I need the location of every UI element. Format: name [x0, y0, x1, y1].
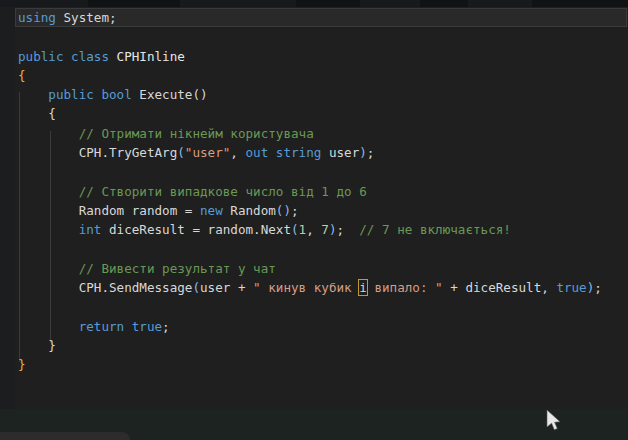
code-line[interactable]: } [18, 355, 602, 374]
code-line[interactable]: CPH.SendMessage(user + " кинув кубик і в… [18, 278, 602, 297]
code-line[interactable]: // Отримати нікнейм користувача [18, 124, 602, 143]
code-token: bool [101, 87, 131, 102]
code-token: true [556, 280, 586, 295]
background-tab-fragment [420, 0, 468, 7]
code-line[interactable]: public class CPHInline [18, 47, 602, 66]
code-line[interactable] [18, 240, 602, 259]
code-token [18, 184, 79, 199]
code-token [268, 145, 276, 160]
code-token: diceResult = random.Next [101, 222, 291, 237]
background-tab-fragment [532, 0, 628, 7]
code-line[interactable] [18, 297, 602, 316]
code-line[interactable]: } [18, 336, 602, 355]
code-token: // Отримати нікнейм користувача [79, 126, 314, 141]
code-token: CPHInline [109, 49, 185, 64]
code-token: + diceResult, [443, 280, 557, 295]
code-token: } [18, 338, 56, 353]
code-token: ; [367, 145, 375, 160]
background-window-top-edge [0, 0, 628, 7]
code-token: CPH.TryGetArg [18, 145, 177, 160]
code-token: Execute() [132, 87, 208, 102]
code-token: ; [594, 280, 602, 295]
code-token: ; [337, 222, 360, 237]
background-tab-fragment [296, 0, 360, 7]
code-token: { [18, 106, 56, 121]
taskbar-corner-fragment [0, 432, 130, 440]
screen: using System;public class CPHInline{ pub… [0, 0, 628, 440]
code-token: return [79, 319, 125, 334]
code-token: using [18, 10, 56, 25]
unicode-highlight-box: і [359, 280, 367, 295]
code-line[interactable]: // Вивести результат у чат [18, 259, 602, 278]
background-tab-fragment [88, 0, 180, 7]
editor-gutter [0, 7, 15, 409]
code-token: ; [291, 203, 299, 218]
code-line[interactable]: Random random = new Random(); [18, 201, 602, 220]
code-token: { [18, 68, 26, 83]
code-token: , [306, 222, 321, 237]
code-token [18, 222, 79, 237]
code-line[interactable]: CPH.TryGetArg("user", out string user); [18, 143, 602, 162]
code-line[interactable]: public bool Execute() [18, 85, 602, 104]
code-token: () [276, 203, 291, 218]
code-token: ( [192, 280, 200, 295]
code-token: 7 [321, 222, 329, 237]
code-token: CPH.SendMessage [18, 280, 192, 295]
code-token: new [200, 203, 223, 218]
code-token [18, 261, 79, 276]
code-line[interactable] [18, 162, 602, 181]
code-token: user [321, 145, 359, 160]
code-token: // Вивести результат у чат [79, 261, 276, 276]
code-line[interactable]: int diceResult = random.Next(1, 7); // 7… [18, 220, 602, 239]
code-line[interactable] [18, 27, 602, 46]
code-token: System; [56, 10, 117, 25]
code-token: // 7 не включається! [359, 222, 511, 237]
code-token: ) [359, 145, 367, 160]
code-token: class [71, 49, 109, 64]
code-token: Random [223, 203, 276, 218]
code-area[interactable]: using System;public class CPHInline{ pub… [18, 8, 602, 375]
code-token: } [18, 357, 26, 372]
code-token [64, 49, 72, 64]
code-token [18, 319, 79, 334]
code-token: user + [200, 280, 253, 295]
mouse-cursor [546, 410, 562, 434]
code-line[interactable]: { [18, 104, 602, 123]
code-token: Random random = [18, 203, 200, 218]
code-line[interactable]: // Створити випадкове число від 1 до 6 [18, 182, 602, 201]
code-token: , [230, 145, 245, 160]
code-token: // Створити випадкове число від 1 до 6 [79, 184, 367, 199]
code-token: ( [291, 222, 299, 237]
code-line[interactable]: return true; [18, 317, 602, 336]
code-token [18, 126, 79, 141]
code-line[interactable]: { [18, 66, 602, 85]
code-token: ; [162, 319, 170, 334]
code-token: ) [329, 222, 337, 237]
code-token [18, 87, 48, 102]
code-token: " кинув кубик [253, 280, 359, 295]
code-token: ( [177, 145, 185, 160]
code-token: int [79, 222, 102, 237]
code-editor[interactable]: using System;public class CPHInline{ pub… [0, 7, 628, 409]
code-token [124, 319, 132, 334]
code-token: string [276, 145, 322, 160]
code-token: true [132, 319, 162, 334]
code-token: випало: " [367, 280, 443, 295]
code-token: public [18, 49, 64, 64]
code-token: public [48, 87, 94, 102]
code-line[interactable]: using System; [18, 8, 602, 27]
code-token: "user" [185, 145, 231, 160]
code-token: out [246, 145, 269, 160]
